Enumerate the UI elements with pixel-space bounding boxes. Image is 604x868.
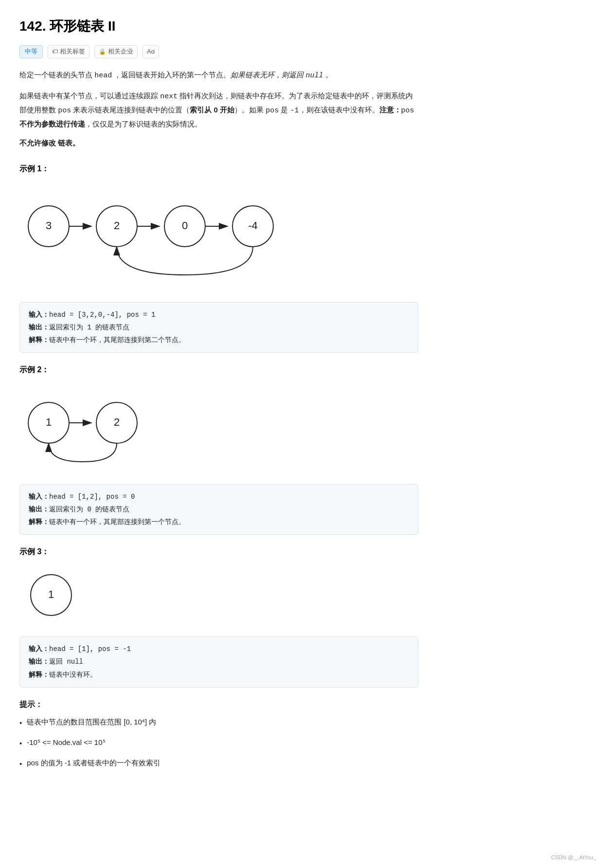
svg-text:-4: -4 bbox=[248, 219, 258, 232]
svg-text:2: 2 bbox=[114, 219, 120, 232]
svg-text:2: 2 bbox=[114, 416, 120, 428]
hint-text-2: -10⁵ <= Node.val <= 10⁵ bbox=[27, 737, 105, 748]
bullet2: • bbox=[19, 738, 22, 749]
no-modify-note: 不允许修改 链表。 bbox=[19, 137, 418, 149]
diagram3-svg: 1 bbox=[19, 566, 88, 624]
svg-text:1: 1 bbox=[46, 416, 52, 428]
difficulty-badge: 中等 bbox=[19, 45, 43, 58]
tag-icon: 🏷 bbox=[52, 47, 58, 56]
description1: 给定一个链表的头节点 head ，返回链表开始入环的第一个节点。如果链表无环，则… bbox=[19, 68, 418, 82]
example1-title: 示例 1： bbox=[19, 163, 418, 175]
description2: 如果链表中有某个节点，可以通过连续跟踪 next 指针再次到达，则链表中存在环。… bbox=[19, 89, 418, 130]
svg-text:0: 0 bbox=[182, 219, 188, 232]
hint-item-1: • 链表中节点的数目范围在范围 [0, 10⁴] 内 bbox=[19, 716, 418, 729]
svg-text:3: 3 bbox=[46, 219, 52, 232]
hint-item-2: • -10⁵ <= Node.val <= 10⁵ bbox=[19, 737, 418, 749]
diagram1-svg: 3 2 0 -4 bbox=[19, 182, 321, 289]
example3-title: 示例 3： bbox=[19, 545, 418, 558]
page-title: 142. 环形链表 II bbox=[19, 16, 418, 37]
hints-section: 提示： • 链表中节点的数目范围在范围 [0, 10⁴] 内 • -10⁵ <=… bbox=[19, 698, 418, 770]
svg-text:1: 1 bbox=[48, 588, 54, 600]
tag-font[interactable]: Aα bbox=[142, 45, 159, 58]
hints-title: 提示： bbox=[19, 698, 418, 711]
diagram1: 3 2 0 -4 bbox=[19, 182, 418, 293]
example2-title: 示例 2： bbox=[19, 363, 418, 376]
example1-code: 输入：head = [3,2,0,-4], pos = 1 输出：返回索引为 1… bbox=[19, 302, 418, 353]
example3-code: 输入：head = [1], pos = -1 输出：返回 null 解释：链表… bbox=[19, 636, 418, 687]
tag-company-label: 相关企业 bbox=[108, 47, 133, 57]
hint-text-1: 链表中节点的数目范围在范围 [0, 10⁴] 内 bbox=[27, 716, 156, 728]
bullet3: • bbox=[19, 758, 22, 770]
tag-related-tags[interactable]: 🏷 相关标签 bbox=[48, 45, 89, 58]
diagram2-svg: 1 2 bbox=[19, 384, 156, 471]
font-icon: Aα bbox=[147, 47, 155, 57]
diagram3: 1 bbox=[19, 566, 418, 628]
lock-icon: 🔒 bbox=[99, 47, 106, 56]
tag-label: 相关标签 bbox=[60, 47, 85, 57]
hint-text-3: pos 的值为 -1 或者链表中的一个有效索引 bbox=[27, 757, 160, 769]
hint-item-3: • pos 的值为 -1 或者链表中的一个有效索引 bbox=[19, 757, 418, 770]
example2-code: 输入：head = [1,2], pos = 0 输出：返回索引为 0 的链表节… bbox=[19, 484, 418, 535]
diagram2: 1 2 bbox=[19, 384, 418, 475]
bullet1: • bbox=[19, 717, 22, 729]
tag-related-companies[interactable]: 🔒 相关企业 bbox=[94, 45, 138, 58]
tags-row: 中等 🏷 相关标签 🔒 相关企业 Aα bbox=[19, 45, 418, 58]
